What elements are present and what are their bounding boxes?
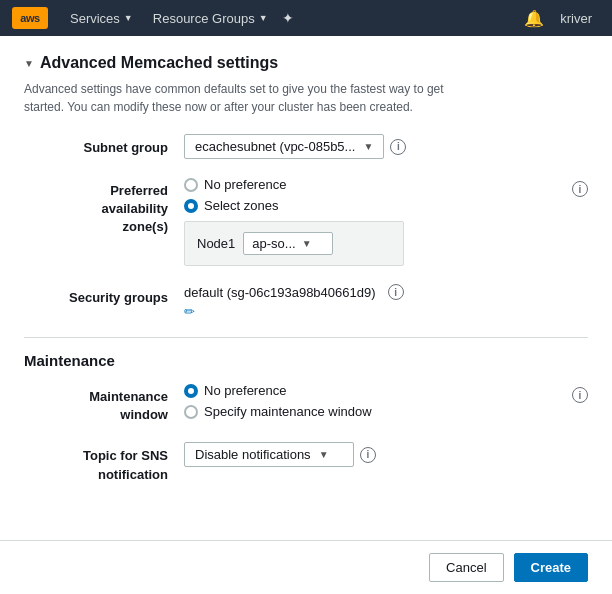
create-button[interactable]: Create bbox=[514, 553, 588, 582]
section-header: ▼ Advanced Memcached settings bbox=[24, 54, 588, 72]
az-info[interactable]: i bbox=[572, 181, 588, 197]
aws-logo: aws bbox=[12, 7, 48, 29]
sns-dropdown[interactable]: Disable notifications ▼ bbox=[184, 442, 354, 467]
section-title: Advanced Memcached settings bbox=[40, 54, 278, 72]
maintenance-window-row: Maintenance window No preference Specify… bbox=[24, 383, 588, 424]
maint-info[interactable]: i bbox=[572, 387, 588, 403]
security-groups-control: default (sg-06c193a98b40661d9) i ✏ bbox=[184, 284, 588, 319]
scrollable-area[interactable]: ▼ Advanced Memcached settings Advanced s… bbox=[0, 36, 612, 540]
az-no-preference-label: No preference bbox=[204, 177, 286, 192]
cancel-button[interactable]: Cancel bbox=[429, 553, 503, 582]
maintenance-window-control: No preference Specify maintenance window bbox=[184, 383, 566, 419]
sg-edit-icon[interactable]: ✏ bbox=[184, 304, 195, 319]
maint-specify-option[interactable]: Specify maintenance window bbox=[184, 404, 566, 419]
subnet-group-value: ecachesubnet (vpc-085b5... bbox=[195, 139, 355, 154]
preferred-az-control: No preference Select zones Node1 ap-so..… bbox=[184, 177, 566, 266]
sns-notification-row: Topic for SNS notification Disable notif… bbox=[24, 442, 588, 483]
maintenance-radio-group: No preference Specify maintenance window bbox=[184, 383, 566, 419]
security-groups-row: Security groups default (sg-06c193a98b40… bbox=[24, 284, 588, 319]
services-nav[interactable]: Services ▼ bbox=[60, 0, 143, 36]
services-label: Services bbox=[70, 11, 120, 26]
maint-no-preference-option[interactable]: No preference bbox=[184, 383, 566, 398]
preferred-az-row: Preferred availability zone(s) No prefer… bbox=[24, 177, 588, 266]
section-divider bbox=[24, 337, 588, 338]
maint-specify-label: Specify maintenance window bbox=[204, 404, 372, 419]
az-radio-group: No preference Select zones bbox=[184, 177, 566, 213]
preferred-az-label: Preferred availability zone(s) bbox=[24, 177, 184, 237]
zone-value: ap-so... bbox=[252, 236, 295, 251]
az-no-preference-radio[interactable] bbox=[184, 178, 198, 192]
az-no-preference-option[interactable]: No preference bbox=[184, 177, 566, 192]
node-label: Node1 bbox=[197, 236, 235, 251]
bookmark-icon[interactable]: ✦ bbox=[278, 10, 298, 26]
subnet-dropdown-chevron: ▼ bbox=[363, 141, 373, 152]
subnet-group-info[interactable]: i bbox=[390, 139, 406, 155]
az-select-zones-label: Select zones bbox=[204, 198, 278, 213]
services-chevron: ▼ bbox=[124, 13, 133, 23]
subnet-group-control: ecachesubnet (vpc-085b5... ▼ i bbox=[184, 134, 588, 159]
top-nav: aws Services ▼ Resource Groups ▼ ✦ 🔔 kri… bbox=[0, 0, 612, 36]
maint-no-preference-label: No preference bbox=[204, 383, 286, 398]
footer-bar: Cancel Create bbox=[0, 540, 612, 594]
zone-chevron: ▼ bbox=[302, 238, 312, 249]
security-groups-value: default (sg-06c193a98b40661d9) bbox=[184, 285, 376, 300]
user-menu[interactable]: kriver bbox=[552, 11, 600, 26]
bell-icon[interactable]: 🔔 bbox=[516, 9, 552, 28]
sns-dropdown-wrapper: Disable notifications ▼ i bbox=[184, 442, 588, 467]
collapse-arrow[interactable]: ▼ bbox=[24, 58, 34, 69]
maint-no-preference-radio[interactable] bbox=[184, 384, 198, 398]
sg-edit-row: ✏ bbox=[184, 304, 588, 319]
subnet-group-row: Subnet group ecachesubnet (vpc-085b5... … bbox=[24, 134, 588, 159]
zone-dropdown[interactable]: ap-so... ▼ bbox=[243, 232, 333, 255]
az-select-zones-option[interactable]: Select zones bbox=[184, 198, 566, 213]
sns-value: Disable notifications bbox=[195, 447, 311, 462]
security-groups-label: Security groups bbox=[24, 284, 184, 307]
resource-groups-label: Resource Groups bbox=[153, 11, 255, 26]
az-select-zones-radio[interactable] bbox=[184, 199, 198, 213]
resource-groups-chevron: ▼ bbox=[259, 13, 268, 23]
maintenance-section-title: Maintenance bbox=[24, 352, 588, 369]
subnet-group-dropdown-wrapper: ecachesubnet (vpc-085b5... ▼ i bbox=[184, 134, 588, 159]
maintenance-window-label: Maintenance window bbox=[24, 383, 184, 424]
sns-info[interactable]: i bbox=[360, 447, 376, 463]
sg-info[interactable]: i bbox=[388, 284, 404, 300]
subnet-group-dropdown[interactable]: ecachesubnet (vpc-085b5... ▼ bbox=[184, 134, 384, 159]
node-zone-box: Node1 ap-so... ▼ bbox=[184, 221, 404, 266]
sns-control: Disable notifications ▼ i bbox=[184, 442, 588, 467]
sns-label: Topic for SNS notification bbox=[24, 442, 184, 483]
maint-specify-radio[interactable] bbox=[184, 405, 198, 419]
main-content: ▼ Advanced Memcached settings Advanced s… bbox=[0, 36, 612, 594]
aws-logo-box: aws bbox=[12, 7, 48, 29]
section-description: Advanced settings have common defaults s… bbox=[24, 80, 454, 116]
subnet-group-label: Subnet group bbox=[24, 134, 184, 157]
sns-chevron: ▼ bbox=[319, 449, 329, 460]
resource-groups-nav[interactable]: Resource Groups ▼ bbox=[143, 0, 278, 36]
